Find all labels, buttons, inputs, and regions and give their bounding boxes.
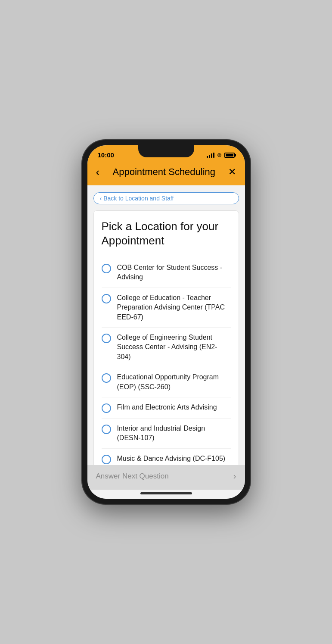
back-to-location-link[interactable]: ‹ Back to Location and Staff — [93, 192, 239, 204]
location-label-5: Film and Electronic Arts Advising — [117, 403, 217, 412]
app-header: ‹ Appointment Scheduling ✕ — [87, 162, 245, 185]
location-card: Pick a Location for your Appointment COB… — [93, 210, 239, 465]
radio-circle-3 — [102, 334, 111, 343]
location-option-6[interactable]: Interior and Industrial Design (DESN-107… — [102, 419, 231, 449]
location-option-5[interactable]: Film and Electronic Arts Advising — [102, 397, 231, 419]
close-button[interactable]: ✕ — [228, 166, 236, 178]
next-question-button[interactable]: Answer Next Question — [96, 472, 169, 481]
location-option-3[interactable]: College of Engineering Student Success C… — [102, 328, 231, 367]
locations-list: COB Center for Student Success - Advisin… — [102, 258, 231, 465]
location-option-2[interactable]: College of Education - Teacher Preparati… — [102, 288, 231, 328]
location-label-7: Music & Dance Advising (DC-F105) — [117, 454, 226, 463]
location-option-4[interactable]: Educational Opportunity Program (EOP) (S… — [102, 367, 231, 397]
bottom-bar: Answer Next Question › — [87, 465, 245, 490]
location-label-3: College of Engineering Student Success C… — [117, 333, 231, 362]
location-option-1[interactable]: COB Center for Student Success - Advisin… — [102, 258, 231, 288]
location-label-6: Interior and Industrial Design (DESN-107… — [117, 424, 231, 443]
wifi-icon: ⊜ — [217, 152, 222, 158]
content-area: ‹ Back to Location and Staff Pick a Loca… — [87, 185, 245, 465]
radio-circle-5 — [102, 403, 111, 413]
card-title: Pick a Location for your Appointment — [102, 219, 231, 247]
radio-circle-2 — [102, 294, 111, 303]
phone-frame: 10:00 ⊜ ‹ Appointment Scheduling ✕ — [82, 140, 250, 504]
status-time: 10:00 — [98, 151, 114, 159]
notch — [138, 145, 194, 157]
radio-circle-1 — [102, 264, 111, 273]
phone-screen: 10:00 ⊜ ‹ Appointment Scheduling ✕ — [87, 145, 245, 499]
radio-circle-6 — [102, 425, 111, 434]
status-icons: ⊜ — [207, 152, 235, 158]
back-link-label: Back to Location and Staff — [103, 195, 174, 202]
location-label-2: College of Education - Teacher Preparati… — [117, 293, 231, 322]
battery-icon — [224, 153, 235, 158]
next-chevron-icon: › — [233, 471, 236, 481]
location-option-7[interactable]: Music & Dance Advising (DC-F105) — [102, 449, 231, 465]
radio-circle-7 — [102, 455, 111, 464]
back-chevron-icon: ‹ — [100, 195, 102, 202]
home-bar — [140, 492, 192, 494]
header-title: Appointment Scheduling — [113, 166, 216, 178]
home-indicator — [87, 490, 245, 499]
radio-circle-4 — [102, 373, 111, 383]
back-button[interactable]: ‹ — [96, 166, 100, 178]
signal-icon — [207, 153, 214, 158]
location-label-1: COB Center for Student Success - Advisin… — [117, 263, 231, 282]
location-label-4: Educational Opportunity Program (EOP) (S… — [117, 372, 231, 392]
